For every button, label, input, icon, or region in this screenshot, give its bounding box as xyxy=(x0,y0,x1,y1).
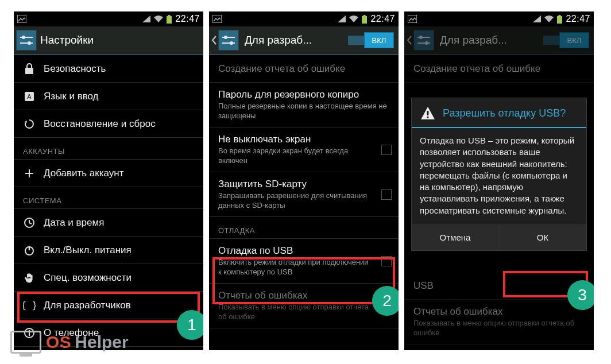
back-button[interactable] xyxy=(211,30,241,51)
row-label: Вкл./Выкл. питания xyxy=(44,244,195,256)
developer-options-toggle[interactable]: ВКЛ xyxy=(337,32,394,48)
row-label: Для разработчиков xyxy=(44,299,195,311)
cancel-button[interactable]: Отмена xyxy=(412,225,499,250)
action-bar-title: Для разраб... xyxy=(245,34,333,47)
toggle-label: ВКЛ xyxy=(559,32,589,48)
svg-rect-33 xyxy=(557,16,562,24)
settings-app-icon xyxy=(16,30,37,51)
row-add-account[interactable]: Добавить аккаунт xyxy=(14,160,203,187)
row-label: Создание отчета об ошибке xyxy=(413,63,583,75)
row-about-phone[interactable]: О телефоне xyxy=(14,319,203,347)
row-developer-options[interactable]: { } Для разработчиков xyxy=(14,292,203,319)
row-label: Добавить аккаунт xyxy=(44,167,195,179)
restore-icon xyxy=(23,118,36,130)
row-bug-report[interactable]: Создание отчета об ошибке xyxy=(209,55,399,83)
gallery-icon xyxy=(17,15,26,23)
svg-rect-26 xyxy=(363,15,366,16)
row-subtitle: Показывать в меню опцию отправки отчета … xyxy=(413,319,583,338)
row-label: Не выключать экран xyxy=(218,133,370,145)
action-bar: Для разраб... ВКЛ xyxy=(404,26,594,55)
row-backup-reset[interactable]: Восстановление и сброс xyxy=(14,110,203,138)
section-header-debug: ОТЛАДКА xyxy=(209,217,399,239)
svg-rect-22 xyxy=(29,332,30,336)
power-icon xyxy=(23,244,36,257)
back-button xyxy=(407,30,436,51)
battery-icon xyxy=(557,15,562,24)
row-datetime[interactable]: Дата и время xyxy=(14,209,203,237)
chevron-left-icon xyxy=(407,35,412,45)
row-subtitle: Запрашивать разрешение для считывания да… xyxy=(218,191,370,211)
checkbox[interactable] xyxy=(381,256,392,266)
row-accessibility[interactable]: Спец. возможности xyxy=(14,264,203,292)
svg-marker-32 xyxy=(533,16,541,22)
language-icon: A xyxy=(23,90,36,103)
row-usb-debugging[interactable]: Отладка по USB Включить режим отладки пр… xyxy=(209,239,399,284)
row-power[interactable]: Вкл./Выкл. питания xyxy=(14,237,203,264)
row-label: Создание отчета об ошибке xyxy=(218,63,388,75)
settings-app-icon xyxy=(413,30,434,51)
row-subtitle: Во время зарядки экран будет всегда вклю… xyxy=(218,146,370,166)
row-subtitle: Включить режим отладки при подключении к… xyxy=(218,258,370,277)
svg-point-30 xyxy=(230,41,233,45)
svg-point-7 xyxy=(28,41,31,45)
warning-icon xyxy=(420,105,436,121)
signal-icon xyxy=(533,16,541,22)
settings-app-icon xyxy=(218,30,239,51)
svg-point-29 xyxy=(224,36,227,39)
action-bar: Настройки xyxy=(14,26,203,55)
row-subtitle: Показывать в меню опцию отправки отчета … xyxy=(218,303,370,322)
section-header-system: СИСТЕМА xyxy=(14,187,203,209)
signal-icon xyxy=(142,16,150,22)
svg-rect-3 xyxy=(168,15,171,16)
row-stay-awake[interactable]: Не выключать экран Во время зарядки экра… xyxy=(209,127,399,172)
svg-marker-24 xyxy=(338,16,346,22)
row-backup-password[interactable]: Пароль для резервного копиро Полные резе… xyxy=(209,83,399,127)
step-badge-1: 1 xyxy=(177,310,203,340)
checkbox[interactable] xyxy=(381,145,392,155)
row-label: USB xyxy=(413,280,583,292)
status-time: 22:47 xyxy=(566,14,590,24)
hand-icon xyxy=(23,272,36,284)
svg-point-38 xyxy=(425,41,428,45)
svg-point-6 xyxy=(22,36,25,39)
phone-screenshot-3: 22:47 Для разраб... ВКЛ Создание отчета … xyxy=(404,11,594,350)
row-subtitle: Полные резервные копии в настоящее время… xyxy=(218,102,388,121)
status-time: 22:47 xyxy=(370,14,395,24)
phone-screenshot-2: 22:47 Для разраб... ВКЛ Создание отчета … xyxy=(209,11,399,350)
status-bar: 22:47 xyxy=(404,11,594,26)
row-bug-report: Создание отчета об ошибке xyxy=(404,55,594,83)
chevron-left-icon xyxy=(211,35,217,45)
svg-point-37 xyxy=(419,36,423,39)
svg-point-21 xyxy=(29,330,30,331)
row-label: Отладка по USB xyxy=(218,245,370,257)
svg-text:{ }: { } xyxy=(23,300,36,311)
lock-icon xyxy=(23,63,36,75)
settings-list[interactable]: Безопасность A Язык и ввод Восстановлени… xyxy=(14,55,203,350)
phone-screenshot-1: 22:47 Настройки Безопасность A Язык и вв… xyxy=(14,11,203,350)
gallery-icon xyxy=(408,15,417,23)
row-label: Язык и ввод xyxy=(44,90,195,102)
row-label: Защитить SD-карту xyxy=(218,178,370,190)
developer-options-list[interactable]: Создание отчета об ошибке Пароль для рез… xyxy=(209,55,399,350)
row-label: Отчеты об ошибках xyxy=(413,305,583,317)
step-badge-3: 3 xyxy=(567,280,594,310)
battery-icon xyxy=(362,15,367,24)
svg-rect-25 xyxy=(362,16,367,24)
clock-icon xyxy=(23,216,36,229)
status-bar: 22:47 xyxy=(14,11,203,26)
action-bar: Для разраб... ВКЛ xyxy=(209,26,399,55)
status-bar: 22:47 xyxy=(209,11,399,26)
checkbox[interactable] xyxy=(381,189,392,200)
row-security[interactable]: Безопасность xyxy=(14,55,203,83)
row-language[interactable]: A Язык и ввод xyxy=(14,83,203,110)
row-label: О телефоне xyxy=(44,327,195,339)
ok-button[interactable]: ОК xyxy=(499,225,586,250)
row-usb-bg: USB xyxy=(404,272,594,300)
row-protect-sd[interactable]: Защитить SD-карту Запрашивать разрешение… xyxy=(209,172,399,217)
row-label: Спец. возможности xyxy=(44,272,195,284)
battery-icon xyxy=(167,15,172,24)
svg-text:A: A xyxy=(27,93,32,100)
row-error-reports[interactable]: Отчеты об ошибках Показывать в меню опци… xyxy=(209,284,399,328)
gallery-icon xyxy=(212,15,222,23)
plus-icon xyxy=(23,167,36,180)
